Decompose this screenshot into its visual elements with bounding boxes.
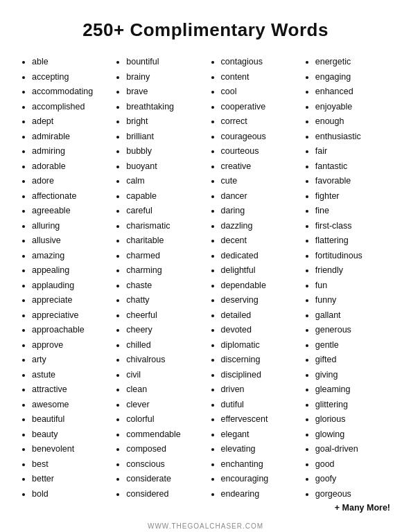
list-item: arty bbox=[32, 353, 108, 368]
list-item: chivalrous bbox=[126, 353, 202, 368]
list-item: best bbox=[32, 457, 108, 472]
list-item: chatty bbox=[126, 293, 202, 308]
list-item: attractive bbox=[32, 382, 108, 398]
list-item: endearing bbox=[221, 487, 297, 502]
list-item: content bbox=[221, 70, 297, 85]
list-item: deserving bbox=[221, 293, 297, 308]
list-item: glowing bbox=[315, 427, 392, 443]
list-item: disciplined bbox=[221, 368, 297, 383]
list-item: beautiful bbox=[32, 412, 108, 427]
list-item: bountiful bbox=[126, 55, 202, 70]
list-item: correct bbox=[221, 114, 297, 130]
list-item: cute bbox=[221, 174, 297, 189]
list-item: goofy bbox=[315, 472, 392, 487]
list-item: cheery bbox=[126, 323, 202, 338]
list-item: commendable bbox=[126, 427, 202, 443]
list-item: fortitudinous bbox=[315, 249, 392, 264]
more-label: + Many More! bbox=[17, 503, 394, 513]
list-item: civil bbox=[126, 368, 202, 383]
column-1: ableacceptingaccommodatingaccomplishedad… bbox=[17, 55, 111, 502]
list-item: accomplished bbox=[32, 100, 108, 115]
list-item: cheerful bbox=[126, 308, 202, 323]
list-item: better bbox=[32, 472, 108, 487]
list-item: courageous bbox=[221, 130, 297, 145]
column-2: bountifulbrainybravebreathtakingbrightbr… bbox=[111, 55, 205, 502]
list-item: brainy bbox=[126, 70, 202, 85]
list-item: driven bbox=[221, 382, 297, 398]
list-item: funny bbox=[315, 293, 392, 308]
list-item: elegant bbox=[221, 427, 297, 443]
list-item: agreeable bbox=[32, 204, 108, 219]
list-item: approachable bbox=[32, 323, 108, 338]
list-item: benevolent bbox=[32, 442, 108, 457]
list-item: affectionate bbox=[32, 189, 108, 204]
list-item: elevating bbox=[221, 442, 297, 457]
list-item: cooperative bbox=[221, 100, 297, 115]
list-item: clean bbox=[126, 382, 202, 398]
list-item: fantastic bbox=[315, 159, 392, 175]
list-item: enjoyable bbox=[315, 100, 392, 115]
list-item: chilled bbox=[126, 338, 202, 353]
list-item: able bbox=[32, 55, 108, 70]
list-item: awesome bbox=[32, 398, 108, 413]
list-item: alluring bbox=[32, 219, 108, 234]
list-item: brave bbox=[126, 85, 202, 100]
list-item: daring bbox=[221, 204, 297, 219]
list-item: bright bbox=[126, 114, 202, 130]
list-item: composed bbox=[126, 442, 202, 457]
footer: WWW.THEGOALCHASER.COM bbox=[17, 522, 394, 530]
list-item: admiring bbox=[32, 144, 108, 159]
list-item: applauding bbox=[32, 278, 108, 294]
list-item: gifted bbox=[315, 353, 392, 368]
list-item: accepting bbox=[32, 70, 108, 85]
list-item: dazzling bbox=[221, 219, 297, 234]
list-item: gorgeous bbox=[315, 487, 392, 502]
list-item: cool bbox=[221, 85, 297, 100]
list-item: engaging bbox=[315, 70, 392, 85]
list-item: diplomatic bbox=[221, 338, 297, 353]
list-item: colorful bbox=[126, 412, 202, 427]
list-item: brilliant bbox=[126, 130, 202, 145]
page-title: 250+ Complimentary Words bbox=[17, 19, 394, 41]
list-item: discerning bbox=[221, 353, 297, 368]
list-item: favorable bbox=[315, 174, 392, 189]
list-item: adorable bbox=[32, 159, 108, 175]
word-columns: ableacceptingaccommodatingaccomplishedad… bbox=[17, 55, 394, 502]
list-item: appreciative bbox=[32, 308, 108, 323]
list-item: glorious bbox=[315, 412, 392, 427]
list-item: breathtaking bbox=[126, 100, 202, 115]
list-item: charming bbox=[126, 263, 202, 278]
list-item: fair bbox=[315, 144, 392, 159]
list-item: devoted bbox=[221, 323, 297, 338]
list-item: approve bbox=[32, 338, 108, 353]
list-item: detailed bbox=[221, 308, 297, 323]
list-item: accommodating bbox=[32, 85, 108, 100]
list-item: fighter bbox=[315, 189, 392, 204]
list-item: contagious bbox=[221, 55, 297, 70]
list-item: friendly bbox=[315, 263, 392, 278]
list-item: gleaming bbox=[315, 382, 392, 398]
list-item: beauty bbox=[32, 427, 108, 443]
list-item: encouraging bbox=[221, 472, 297, 487]
list-item: dedicated bbox=[221, 249, 297, 264]
column-3: contagiouscontentcoolcooperativecorrectc… bbox=[206, 55, 300, 502]
list-item: dutiful bbox=[221, 398, 297, 413]
list-item: careful bbox=[126, 204, 202, 219]
list-item: flattering bbox=[315, 233, 392, 249]
list-item: astute bbox=[32, 368, 108, 383]
list-item: charismatic bbox=[126, 219, 202, 234]
list-item: allusive bbox=[32, 233, 108, 249]
list-item: enhanced bbox=[315, 85, 392, 100]
list-item: dancer bbox=[221, 189, 297, 204]
list-item: gentle bbox=[315, 338, 392, 353]
list-item: good bbox=[315, 457, 392, 472]
list-item: calm bbox=[126, 174, 202, 189]
list-item: fun bbox=[315, 278, 392, 294]
list-item: clever bbox=[126, 398, 202, 413]
list-item: effervescent bbox=[221, 412, 297, 427]
list-item: admirable bbox=[32, 130, 108, 145]
list-item: enthusiastic bbox=[315, 130, 392, 145]
page: 250+ Complimentary Words ableacceptingac… bbox=[0, 0, 411, 532]
list-item: creative bbox=[221, 159, 297, 175]
list-item: charmed bbox=[126, 249, 202, 264]
